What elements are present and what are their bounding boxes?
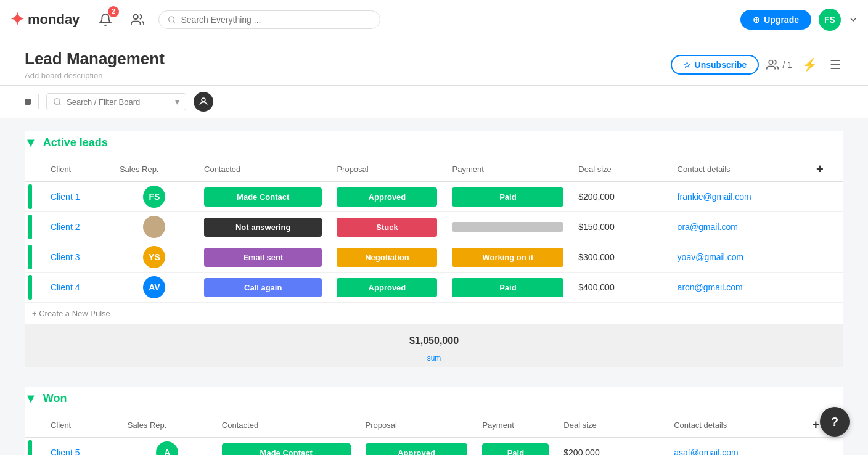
- client-name-cell[interactable]: Client 4: [43, 273, 112, 303]
- payment-status[interactable]: Paid: [452, 278, 563, 297]
- toolbar-divider: [38, 94, 39, 109]
- contact-email[interactable]: asaf@gmail.com: [674, 448, 738, 455]
- filter-dropdown-icon[interactable]: ▾: [175, 97, 179, 107]
- svg-point-3: [769, 60, 774, 65]
- contact-email[interactable]: yoav@gmail.com: [678, 252, 744, 262]
- logo[interactable]: ✦ monday: [10, 9, 80, 30]
- logo-icon: ✦: [10, 9, 24, 30]
- payment-status[interactable]: Paid: [452, 187, 563, 207]
- sales-rep-cell: [112, 212, 197, 242]
- board-header: Lead Management Add board description ☆ …: [0, 39, 868, 86]
- search-bar[interactable]: [158, 10, 380, 29]
- client-name-cell[interactable]: Client 3: [43, 242, 112, 273]
- row-indicator-cell: [25, 182, 43, 212]
- contact-email[interactable]: aron@gmail.com: [678, 282, 743, 292]
- row-indicator-cell: [25, 242, 43, 273]
- row-indicator: [28, 245, 32, 269]
- group-toggle-active-leads[interactable]: ▼: [25, 136, 37, 150]
- contact-details-cell[interactable]: aron@gmail.com: [670, 273, 809, 303]
- filter-input[interactable]: [67, 97, 170, 107]
- client-name-cell[interactable]: Client 5: [43, 438, 120, 456]
- help-button[interactable]: ?: [820, 407, 850, 437]
- contacted-cell[interactable]: Made Contact: [197, 182, 329, 212]
- row-indicator: [28, 440, 32, 455]
- extra-cell: [809, 182, 843, 212]
- payment-cell[interactable]: Paid: [444, 273, 571, 303]
- contacted-status[interactable]: Made Contact: [222, 443, 351, 456]
- sales-rep-cell: FS: [112, 182, 197, 212]
- contact-email[interactable]: ora@gmail.com: [678, 222, 738, 232]
- contacted-cell[interactable]: Made Contact: [215, 438, 358, 456]
- col-deal-size-won: Deal size: [556, 413, 666, 438]
- analytics-icon[interactable]: ⚡: [800, 55, 820, 75]
- star-icon: ☆: [683, 60, 691, 70]
- client-name[interactable]: Client 2: [51, 222, 80, 232]
- toolbar-dot: [25, 99, 31, 105]
- contact-details-cell[interactable]: asaf@gmail.com: [666, 438, 805, 456]
- unsubscribe-button[interactable]: ☆ Unsubscribe: [671, 55, 760, 75]
- client-name[interactable]: Client 4: [51, 282, 80, 292]
- filter-search[interactable]: ▾: [46, 93, 186, 110]
- members-badge[interactable]: / 1: [766, 59, 792, 71]
- group-won: ▼ Won Client Sales Rep. Contacted Propos…: [25, 387, 843, 455]
- proposal-status[interactable]: Approved: [337, 278, 437, 297]
- payment-cell[interactable]: Paid: [444, 182, 571, 212]
- proposal-status[interactable]: Negotiation: [337, 248, 437, 267]
- search-input[interactable]: [181, 15, 371, 25]
- proposal-status[interactable]: Stuck: [337, 218, 437, 237]
- group-title-won[interactable]: Won: [43, 392, 67, 405]
- payment-status[interactable]: Paid: [482, 443, 549, 456]
- proposal-cell[interactable]: Approved: [329, 182, 444, 212]
- upgrade-button[interactable]: ⊕ Upgrade: [740, 10, 811, 30]
- contact-details-cell[interactable]: yoav@gmail.com: [670, 242, 809, 273]
- row-indicator: [28, 215, 32, 239]
- notifications-button[interactable]: 2: [94, 9, 117, 31]
- contact-details-cell[interactable]: frankie@gmail.com: [670, 182, 809, 212]
- menu-icon[interactable]: ☰: [827, 55, 843, 75]
- contact-details-cell[interactable]: ora@gmail.com: [670, 212, 809, 242]
- group-toggle-won[interactable]: ▼: [25, 391, 37, 406]
- proposal-status[interactable]: Approved: [337, 187, 437, 207]
- proposal-cell[interactable]: Approved: [358, 438, 475, 456]
- client-name-cell[interactable]: Client 2: [43, 212, 112, 242]
- payment-status[interactable]: [452, 222, 563, 232]
- contacted-status[interactable]: Not answering: [204, 218, 322, 237]
- row-indicator-cell: [25, 273, 43, 303]
- person-filter-avatar[interactable]: [194, 92, 213, 112]
- col-sales-rep: Sales Rep.: [112, 157, 197, 182]
- team-button[interactable]: [126, 9, 149, 31]
- proposal-cell[interactable]: Negotiation: [329, 242, 444, 273]
- row-indicator-cell: [25, 438, 43, 456]
- client-name[interactable]: Client 3: [51, 252, 80, 262]
- main-content: ▼ Active leads Client Sales Rep. Contact…: [0, 118, 868, 455]
- add-column-button[interactable]: +: [809, 157, 843, 182]
- payment-status[interactable]: Working on it: [452, 248, 563, 267]
- extra-cell: [809, 273, 843, 303]
- payment-cell[interactable]: Working on it: [444, 242, 571, 273]
- payment-cell[interactable]: Paid: [475, 438, 556, 456]
- nav-icons: 2: [94, 9, 149, 31]
- contacted-cell[interactable]: Call again: [197, 273, 329, 303]
- contact-email[interactable]: frankie@gmail.com: [678, 192, 751, 202]
- table-row: Client 1FSMade ContactApprovedPaid$200,0…: [25, 182, 843, 212]
- create-pulse-active[interactable]: + Create a New Pulse: [25, 303, 843, 324]
- contacted-cell[interactable]: Email sent: [197, 242, 329, 273]
- client-name-cell[interactable]: Client 1: [43, 182, 112, 212]
- contacted-status[interactable]: Made Contact: [204, 187, 322, 207]
- chevron-down-icon[interactable]: [848, 15, 858, 25]
- board-title-area: Lead Management Add board description: [25, 49, 165, 80]
- client-name[interactable]: Client 1: [51, 192, 80, 202]
- contacted-status[interactable]: Call again: [204, 278, 322, 297]
- contacted-status[interactable]: Email sent: [204, 248, 322, 267]
- board-description[interactable]: Add board description: [25, 71, 165, 80]
- user-avatar[interactable]: FS: [819, 9, 841, 31]
- proposal-status[interactable]: Approved: [366, 443, 468, 456]
- contacted-cell[interactable]: Not answering: [197, 212, 329, 242]
- group-title-active-leads[interactable]: Active leads: [43, 136, 108, 149]
- client-name[interactable]: Client 5: [51, 448, 80, 455]
- payment-cell[interactable]: [444, 212, 571, 242]
- sales-rep-cell: AV: [112, 273, 197, 303]
- proposal-cell[interactable]: Approved: [329, 273, 444, 303]
- proposal-cell[interactable]: Stuck: [329, 212, 444, 242]
- row-indicator: [28, 275, 32, 300]
